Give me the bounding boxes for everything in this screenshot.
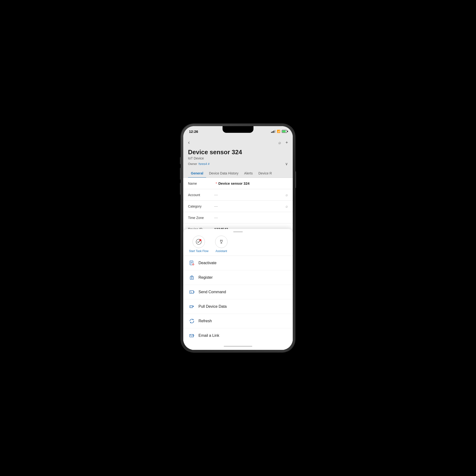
svg-text:!: !	[200, 240, 201, 241]
nav-actions: ⌕ +	[278, 140, 288, 145]
signal-icon	[271, 130, 275, 133]
field-label-category: Category	[188, 204, 214, 208]
field-value-timezone: ---	[214, 216, 288, 220]
refresh-icon	[188, 318, 195, 324]
menu-item-deactivate[interactable]: Deactivate	[183, 256, 293, 270]
home-bar	[224, 346, 252, 347]
svg-rect-21	[190, 306, 192, 308]
status-time: 12:26	[189, 130, 198, 134]
required-indicator: *	[216, 182, 217, 186]
volume-up-button	[180, 168, 181, 180]
status-icons: 📶	[271, 130, 287, 133]
form-row-account: Account --- ⌕	[183, 189, 293, 201]
bottom-sheet: ! Start Task Flow	[183, 229, 293, 350]
tab-device-data-history[interactable]: Device Data History	[206, 169, 241, 178]
device-header: Device sensor 324 IoT Device Owner fsres…	[183, 148, 293, 169]
category-search-icon[interactable]: ⌕	[286, 204, 288, 208]
menu-item-send-command[interactable]: Send Command	[183, 285, 293, 299]
assistant-label: Assistant	[215, 249, 227, 253]
register-icon	[188, 274, 195, 281]
pull-device-data-label: Pull Device Data	[199, 305, 227, 309]
pull-device-data-icon	[188, 303, 195, 310]
field-value-category: ---	[214, 204, 286, 208]
sheet-handle	[183, 229, 293, 234]
menu-item-refresh[interactable]: Refresh	[183, 314, 293, 328]
volume-silent-button	[180, 157, 181, 164]
tabs: General Device Data History Alerts Devic…	[183, 169, 293, 178]
register-label: Register	[199, 275, 213, 280]
field-label-name: Name	[188, 182, 214, 186]
menu-item-register[interactable]: Register	[183, 270, 293, 285]
field-label-timezone: Time Zone	[188, 216, 214, 220]
account-search-icon[interactable]: ⌕	[286, 193, 288, 197]
start-task-flow-icon: !	[192, 236, 205, 248]
email-link-label: Email a Link	[199, 333, 219, 338]
tab-alerts[interactable]: Alerts	[241, 169, 255, 178]
svg-rect-18	[193, 291, 194, 293]
form-row-timezone: Time Zone ---	[183, 212, 293, 223]
refresh-label: Refresh	[199, 319, 212, 323]
menu-item-pull-device-data[interactable]: Pull Device Data	[183, 299, 293, 314]
notch	[222, 126, 254, 133]
expand-button[interactable]: ∨	[285, 162, 288, 166]
sheet-menu: Deactivate Register	[183, 256, 293, 343]
field-value-name: Device sensor 324	[218, 181, 288, 186]
phone-frame: 12:26 📶 ‹ ⌕ +	[181, 124, 295, 352]
device-type: IoT Device	[188, 156, 288, 160]
nav-bar: ‹ ⌕ +	[183, 136, 293, 148]
assistant-icon	[215, 236, 227, 248]
owner-label: Owner	[188, 162, 197, 166]
svg-rect-25	[190, 334, 193, 337]
form-row-name: Name * Device sensor 324	[183, 178, 293, 189]
wifi-icon: 📶	[277, 130, 280, 133]
field-value-account: ---	[214, 193, 286, 197]
app-content: ‹ ⌕ + Device sensor 324 IoT Device Owner…	[183, 136, 293, 350]
tab-device-r[interactable]: Device R	[255, 169, 275, 178]
back-button[interactable]: ‹	[188, 139, 190, 146]
volume-down-button	[180, 183, 181, 195]
svg-rect-17	[190, 290, 193, 293]
form-section: Name * Device sensor 324 Account --- ⌕ C…	[183, 178, 293, 235]
field-label-account: Account	[188, 193, 214, 197]
device-title: Device sensor 324	[188, 149, 288, 156]
start-task-flow-button[interactable]: ! Start Task Flow	[189, 236, 208, 253]
menu-item-email-link[interactable]: Email a Link	[183, 328, 293, 343]
device-owner-row: Owner fsres4 # ∨	[188, 162, 288, 166]
deactivate-icon	[188, 260, 195, 266]
start-task-flow-label: Start Task Flow	[189, 249, 208, 253]
tab-general[interactable]: General	[188, 169, 206, 178]
home-indicator	[183, 343, 293, 350]
send-command-icon	[188, 289, 195, 295]
handle-bar	[233, 231, 243, 232]
sheet-top-actions: ! Start Task Flow	[183, 234, 293, 256]
power-button	[295, 171, 296, 188]
search-button[interactable]: ⌕	[278, 140, 281, 145]
add-button[interactable]: +	[285, 140, 288, 145]
deactivate-label: Deactivate	[199, 261, 217, 265]
phone-screen: 12:26 📶 ‹ ⌕ +	[183, 126, 293, 350]
assistant-button[interactable]: Assistant	[215, 236, 227, 253]
svg-point-3	[221, 240, 222, 242]
form-row-category: Category --- ⌕	[183, 201, 293, 212]
email-link-icon	[188, 332, 195, 339]
owner-link[interactable]: fsres4 #	[199, 162, 209, 166]
send-command-label: Send Command	[199, 290, 226, 294]
battery-fill	[282, 130, 286, 132]
battery-icon	[282, 130, 287, 133]
